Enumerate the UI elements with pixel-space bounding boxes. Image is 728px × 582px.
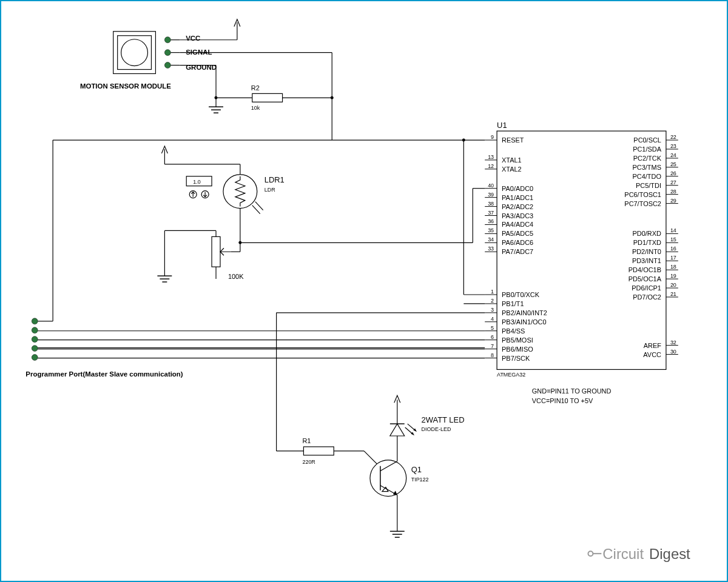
svg-point-40 [32, 318, 38, 324]
meter-value: 1.0 [193, 179, 200, 185]
transistor-q1-icon [370, 460, 406, 497]
svg-point-182 [588, 551, 593, 556]
svg-text:PA2/ADC2: PA2/ADC2 [502, 203, 533, 210]
r1-val: 220R [302, 459, 315, 465]
ground-icon [209, 107, 223, 113]
pin-dot [164, 62, 170, 69]
ldr-ref: LDR1 [265, 175, 285, 184]
svg-text:30: 30 [670, 349, 676, 355]
svg-text:PC4/TDO: PC4/TDO [633, 173, 661, 180]
pot-val: 100K [228, 273, 244, 280]
svg-point-41 [32, 327, 38, 333]
svg-text:17: 17 [670, 255, 676, 261]
u1-part: ATMEGA32 [497, 372, 525, 378]
ldr-type: LDR [265, 187, 275, 193]
svg-text:28: 28 [670, 189, 676, 195]
svg-text:PC2/TCK: PC2/TCK [633, 155, 662, 162]
svg-text:20: 20 [670, 282, 676, 288]
svg-text:19: 19 [670, 273, 676, 279]
svg-text:PD0/RXD: PD0/RXD [633, 230, 662, 237]
svg-text:PA5/ADC5: PA5/ADC5 [502, 230, 533, 237]
svg-text:PC1/SDA: PC1/SDA [633, 146, 662, 153]
svg-text:33: 33 [488, 246, 494, 252]
r2-ref: R2 [251, 84, 260, 92]
q1-type: TIP122 [411, 477, 429, 483]
svg-text:38: 38 [488, 201, 494, 207]
potentiometer-icon [212, 230, 231, 279]
svg-text:15: 15 [670, 236, 676, 242]
svg-text:PA7/ADC7: PA7/ADC7 [502, 248, 533, 255]
svg-text:6: 6 [491, 334, 494, 340]
resistor-r1-icon [303, 447, 334, 455]
svg-text:32: 32 [670, 340, 676, 346]
svg-text:13: 13 [488, 154, 494, 160]
svg-text:23: 23 [670, 143, 676, 149]
svg-rect-56 [303, 447, 334, 455]
svg-text:PC5/TDI: PC5/TDI [636, 182, 661, 189]
svg-text:7: 7 [491, 343, 494, 349]
svg-text:PC0/SCL: PC0/SCL [633, 136, 661, 144]
svg-text:PD2/INT0: PD2/INT0 [632, 248, 661, 255]
ground-icon [390, 531, 405, 537]
svg-text:AREF: AREF [644, 342, 661, 349]
svg-point-42 [32, 336, 38, 343]
svg-text:36: 36 [488, 218, 494, 224]
circuitdigest-logo: Circuit Digest [588, 546, 690, 562]
svg-text:34: 34 [488, 236, 494, 242]
svg-text:Digest: Digest [649, 546, 690, 562]
label-signal: SIGNAL [186, 48, 212, 56]
svg-text:12: 12 [488, 163, 494, 169]
svg-text:26: 26 [670, 170, 676, 176]
pin-dot [164, 50, 170, 56]
svg-point-2 [121, 39, 148, 66]
svg-text:PA4/ADC4: PA4/ADC4 [502, 221, 533, 228]
svg-text:PB3/AIN1/OC0: PB3/AIN1/OC0 [502, 318, 547, 326]
svg-text:XTAL2: XTAL2 [502, 166, 522, 173]
svg-text:PB7/SCK: PB7/SCK [502, 355, 530, 362]
label-vcc: VCC [186, 35, 200, 42]
svg-text:9: 9 [491, 134, 494, 140]
power-arrow-icon [234, 19, 240, 40]
svg-rect-30 [212, 236, 220, 267]
svg-text:PC3/TMS: PC3/TMS [633, 164, 661, 171]
u1-note2: VCC=PIN10 TO +5V [532, 397, 593, 404]
resistor-r2-icon [216, 93, 332, 102]
svg-text:24: 24 [670, 152, 676, 158]
svg-text:PD7/OC2: PD7/OC2 [633, 293, 661, 301]
svg-text:1: 1 [491, 289, 494, 295]
motion-sensor-icon [113, 32, 156, 74]
svg-text:PD1/TXD: PD1/TXD [633, 239, 661, 246]
svg-text:2: 2 [491, 298, 494, 304]
svg-text:XTAL1: XTAL1 [502, 156, 522, 164]
led-name: 2WATT LED [422, 415, 465, 424]
led-type: DIODE-LED [422, 426, 451, 432]
u1-ref: U1 [497, 121, 507, 130]
ldr-icon [223, 175, 263, 214]
svg-text:40: 40 [488, 182, 494, 189]
svg-rect-18 [252, 93, 283, 102]
svg-point-191 [462, 139, 465, 142]
svg-text:4: 4 [491, 316, 494, 322]
svg-point-43 [32, 346, 38, 352]
pin-dot [164, 37, 170, 43]
svg-text:29: 29 [670, 198, 676, 204]
svg-text:PB6/MISO: PB6/MISO [502, 346, 533, 353]
svg-text:AVCC: AVCC [643, 351, 661, 358]
svg-text:Circuit: Circuit [602, 546, 644, 562]
svg-text:8: 8 [491, 352, 494, 358]
led-icon [390, 400, 416, 436]
svg-text:PB4/SS: PB4/SS [502, 327, 525, 335]
programmer-label: Programmer Port(Master Slave communicati… [25, 370, 183, 378]
svg-text:PB5/MOSI: PB5/MOSI [502, 336, 533, 344]
u1-note1: GND=PIN11 TO GROUND [532, 387, 612, 395]
svg-text:3: 3 [491, 307, 494, 313]
svg-text:PA6/ADC6: PA6/ADC6 [502, 239, 533, 246]
motion-sensor-title: MOTION SENSOR MODULE [80, 82, 171, 90]
svg-point-20 [215, 96, 218, 99]
r2-val: 10k [251, 105, 260, 111]
svg-text:PD4/OC1B: PD4/OC1B [629, 266, 661, 273]
svg-text:PD5/OC1A: PD5/OC1A [629, 275, 662, 283]
svg-text:14: 14 [670, 227, 676, 233]
programmer-port [32, 318, 38, 361]
svg-text:PD6/ICP1: PD6/ICP1 [632, 284, 661, 292]
